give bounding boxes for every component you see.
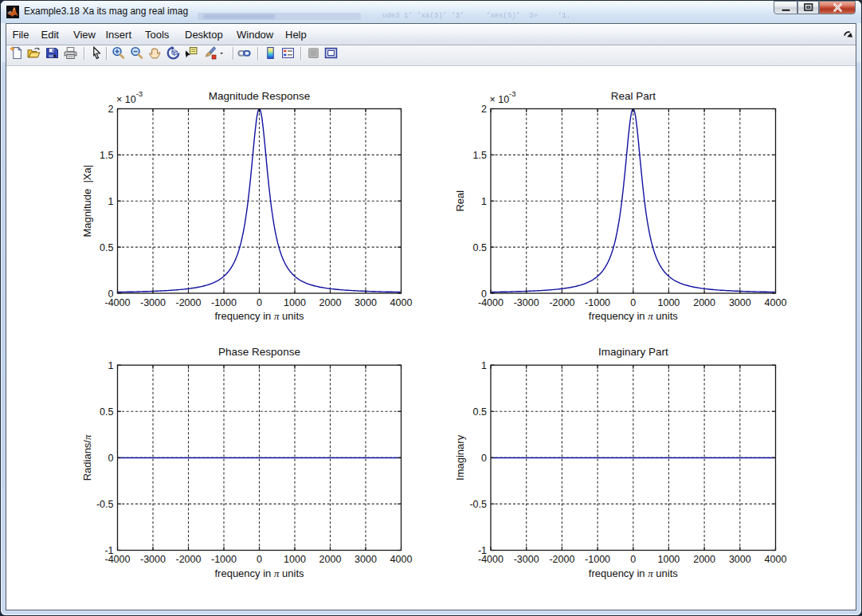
- svg-text:frequency in π units: frequency in π units: [589, 310, 679, 322]
- svg-text:-3000: -3000: [514, 554, 539, 565]
- svg-text:0.5: 0.5: [473, 406, 487, 418]
- svg-text:Phase Response: Phase Response: [218, 346, 300, 358]
- svg-text:0: 0: [257, 554, 262, 565]
- svg-text:-2000: -2000: [549, 554, 574, 565]
- svg-text:0: 0: [630, 554, 636, 565]
- svg-text:× 10: × 10: [490, 94, 510, 105]
- svg-text:2000: 2000: [693, 554, 715, 565]
- svg-text:1000: 1000: [284, 554, 306, 565]
- svg-text:-0.5: -0.5: [96, 499, 114, 510]
- svg-text:0.5: 0.5: [473, 242, 487, 253]
- svg-text:3000: 3000: [355, 297, 377, 308]
- svg-text:1.5: 1.5: [100, 150, 113, 161]
- svg-text:0: 0: [481, 288, 487, 300]
- svg-text:1: 1: [108, 196, 114, 207]
- svg-text:-2000: -2000: [176, 297, 202, 308]
- svg-text:1: 1: [481, 360, 487, 371]
- svg-text:0: 0: [108, 288, 114, 300]
- svg-text:-3000: -3000: [140, 554, 166, 565]
- svg-text:frequency in π units: frequency in π units: [214, 310, 304, 322]
- svg-text:-3: -3: [136, 89, 143, 98]
- svg-text:frequency in π units: frequency in π units: [214, 567, 304, 579]
- svg-text:-1: -1: [478, 545, 487, 556]
- svg-text:-3: -3: [509, 89, 515, 98]
- svg-text:Imaginary Part: Imaginary Part: [598, 346, 668, 358]
- svg-text:-1000: -1000: [585, 297, 610, 308]
- svg-text:-3000: -3000: [140, 297, 166, 308]
- svg-text:0: 0: [630, 297, 636, 308]
- svg-text:-1000: -1000: [211, 297, 237, 308]
- svg-text:0: 0: [481, 453, 487, 464]
- svg-text:3000: 3000: [729, 554, 751, 565]
- svg-text:-2000: -2000: [549, 297, 574, 308]
- svg-text:4000: 4000: [390, 297, 413, 308]
- svg-text:0: 0: [257, 297, 262, 308]
- svg-text:4000: 4000: [765, 554, 787, 565]
- svg-text:3000: 3000: [729, 297, 751, 308]
- svg-text:1000: 1000: [657, 297, 680, 308]
- svg-text:2000: 2000: [319, 554, 342, 565]
- svg-text:-2000: -2000: [176, 554, 202, 565]
- svg-text:1: 1: [481, 196, 487, 207]
- svg-text:1.5: 1.5: [473, 150, 487, 161]
- svg-text:Imaginary: Imaginary: [454, 434, 466, 481]
- svg-text:Radians/π: Radians/π: [81, 434, 93, 481]
- svg-text:4000: 4000: [765, 297, 787, 308]
- svg-text:-3000: -3000: [514, 297, 539, 308]
- svg-text:-1000: -1000: [211, 554, 237, 565]
- svg-text:Real: Real: [454, 190, 466, 212]
- svg-text:2000: 2000: [319, 297, 342, 308]
- svg-text:1: 1: [108, 360, 114, 371]
- svg-text:2000: 2000: [693, 297, 715, 308]
- svg-text:Magnitude |Xa|: Magnitude |Xa|: [81, 165, 93, 237]
- svg-text:-1: -1: [104, 545, 113, 556]
- svg-text:Magnitude Response: Magnitude Response: [209, 90, 311, 102]
- svg-text:4000: 4000: [390, 554, 413, 565]
- svg-text:0.5: 0.5: [100, 242, 113, 253]
- svg-text:Real Part: Real Part: [611, 90, 656, 102]
- svg-text:× 10: × 10: [116, 94, 136, 105]
- svg-text:-0.5: -0.5: [469, 499, 487, 510]
- svg-text:frequency in π units: frequency in π units: [589, 567, 679, 579]
- svg-text:0.5: 0.5: [100, 406, 113, 418]
- svg-text:2: 2: [481, 104, 487, 115]
- svg-text:-1000: -1000: [585, 554, 610, 565]
- svg-text:0: 0: [108, 453, 114, 464]
- svg-text:1000: 1000: [284, 297, 306, 308]
- svg-text:3000: 3000: [355, 554, 377, 565]
- svg-text:1000: 1000: [657, 554, 680, 565]
- svg-text:2: 2: [108, 104, 114, 115]
